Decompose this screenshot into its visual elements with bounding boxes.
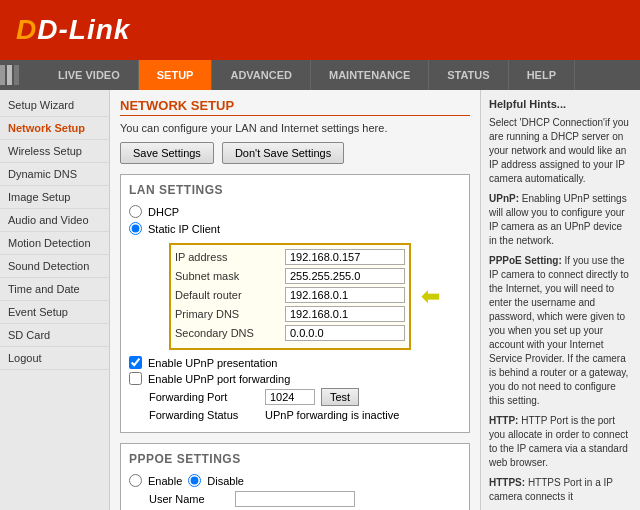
upnp-port-row: Enable UPnP port forwarding [129,372,461,385]
sidebar-item-network-setup[interactable]: Network Setup [0,117,109,140]
static-ip-radio[interactable] [129,222,142,235]
sidebar-item-setup-wizard[interactable]: Setup Wizard [0,94,109,117]
sidebar-item-image-setup[interactable]: Image Setup [0,186,109,209]
pppoe-enable-row: Enable Disable [129,474,461,487]
forwarding-status-value: UPnP forwarding is inactive [265,409,399,421]
static-ip-label: Static IP Client [148,223,220,235]
static-ip-radio-row: Static IP Client [129,222,461,235]
save-settings-button[interactable]: Save Settings [120,142,214,164]
upnp-port-label: Enable UPnP port forwarding [148,373,290,385]
settings-buttons: Save Settings Don't Save Settings [120,142,470,164]
pppoe-enable-label: Enable [148,475,182,487]
helpful-hints: Helpful Hints... Select 'DHCP Connection… [480,90,640,510]
sidebar-item-audio-video[interactable]: Audio and Video [0,209,109,232]
hint-upnp-title: UPnP: [489,193,519,204]
hints-title: Helpful Hints... [489,98,632,110]
hint-pppoe-title: PPPoE Setting: [489,255,562,266]
ip-address-row: IP address [175,249,405,265]
forwarding-status-label: Forwarding Status [149,409,259,421]
sidebar-item-motion-detection[interactable]: Motion Detection [0,232,109,255]
sidebar-item-event-setup[interactable]: Event Setup [0,301,109,324]
primary-dns-row: Primary DNS [175,306,405,322]
network-setup-title: NETWORK SETUP [120,98,470,116]
navbar: LIVE VIDEO SETUP ADVANCED MAINTENANCE ST… [0,60,640,90]
secondary-dns-label: Secondary DNS [175,327,285,339]
pppoe-enable-radio[interactable] [129,474,142,487]
dhcp-label: DHCP [148,206,179,218]
forwarding-port-label: Forwarding Port [149,391,259,403]
pppoe-settings-section: PPPOE SETTINGS Enable Disable User Name … [120,443,470,510]
default-router-row: Default router [175,287,405,303]
sidebar-item-wireless-setup[interactable]: Wireless Setup [0,140,109,163]
hint-http: HTTP: HTTP Port is the port you allocate… [489,414,632,470]
hint-pppoe: PPPoE Setting: If you use the IP camera … [489,254,632,408]
nav-maintenance[interactable]: MAINTENANCE [311,60,429,90]
logo-accent: D [16,14,37,45]
forwarding-status-row: Forwarding Status UPnP forwarding is ina… [149,409,461,421]
arrow-icon: ⬅ [421,284,439,310]
primary-dns-label: Primary DNS [175,308,285,320]
nav-setup[interactable]: SETUP [139,60,213,90]
hint-upnp: UPnP: Enabling UPnP settings will allow … [489,192,632,248]
default-router-input[interactable] [285,287,405,303]
sidebar-item-dynamic-dns[interactable]: Dynamic DNS [0,163,109,186]
dhcp-radio[interactable] [129,205,142,218]
primary-dns-input[interactable] [285,306,405,322]
hint-dhcp: Select 'DHCP Connection'if you are runni… [489,116,632,186]
main-content: NETWORK SETUP You can configure your LAN… [110,90,480,510]
logo-text: D-Link [37,14,130,45]
subnet-mask-row: Subnet mask [175,268,405,284]
dont-save-settings-button[interactable]: Don't Save Settings [222,142,344,164]
pppoe-username-row: User Name [149,491,461,507]
upnp-port-checkbox[interactable] [129,372,142,385]
lan-settings-header: LAN SETTINGS [129,183,461,197]
lan-settings-section: LAN SETTINGS DHCP Static IP Client IP ad… [120,174,470,433]
hint-http-title: HTTP: [489,415,518,426]
secondary-dns-row: Secondary DNS [175,325,405,341]
sidebar-item-time-date[interactable]: Time and Date [0,278,109,301]
test-button[interactable]: Test [321,388,359,406]
hint-https: HTTPS: HTTPS Port in a IP camera connect… [489,476,632,504]
upnp-presentation-label: Enable UPnP presentation [148,357,277,369]
sidebar: Setup Wizard Network Setup Wireless Setu… [0,90,110,510]
nav-live-video[interactable]: LIVE VIDEO [40,60,139,90]
upnp-presentation-checkbox[interactable] [129,356,142,369]
subnet-mask-input[interactable] [285,268,405,284]
pppoe-settings-header: PPPOE SETTINGS [129,452,461,466]
default-router-label: Default router [175,289,285,301]
layout: Setup Wizard Network Setup Wireless Setu… [0,90,640,510]
hint-https-title: HTTPS: [489,477,525,488]
hint-pppoe-text: If you use the IP camera to connect dire… [489,255,629,406]
network-setup-desc: You can configure your LAN and Internet … [120,122,470,134]
ip-address-input[interactable] [285,249,405,265]
pppoe-username-input[interactable] [235,491,355,507]
nav-advanced[interactable]: ADVANCED [212,60,311,90]
ip-address-label: IP address [175,251,285,263]
sidebar-item-sd-card[interactable]: SD Card [0,324,109,347]
dhcp-radio-row: DHCP [129,205,461,218]
pppoe-disable-radio[interactable] [188,474,201,487]
pppoe-disable-label: Disable [207,475,244,487]
nav-stripe [0,60,40,90]
nav-help[interactable]: HELP [509,60,575,90]
sidebar-item-sound-detection[interactable]: Sound Detection [0,255,109,278]
nav-status[interactable]: STATUS [429,60,508,90]
sidebar-item-logout[interactable]: Logout [0,347,109,370]
upnp-presentation-row: Enable UPnP presentation [129,356,461,369]
pppoe-username-label: User Name [149,493,229,505]
header: DD-Link [0,0,640,60]
subnet-mask-label: Subnet mask [175,270,285,282]
forwarding-port-row: Forwarding Port Test [149,388,461,406]
logo: DD-Link [16,14,130,46]
secondary-dns-input[interactable] [285,325,405,341]
ip-fields-table: IP address Subnet mask Default router Pr… [169,243,411,350]
forwarding-port-input[interactable] [265,389,315,405]
